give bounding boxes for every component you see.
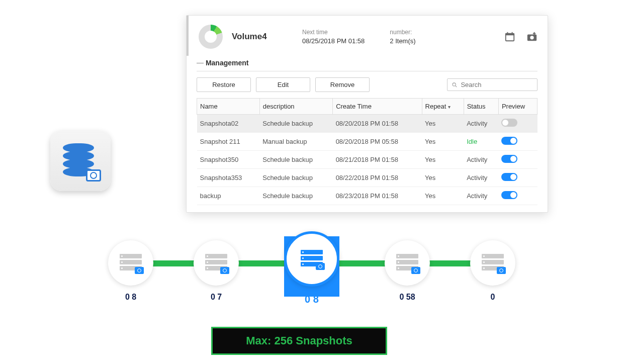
preview-toggle[interactable] <box>501 137 517 145</box>
timeline-node[interactable]: 0 8 <box>101 240 161 302</box>
cell-status: Idle <box>464 133 498 151</box>
cell-repeat: Yes <box>422 169 464 187</box>
cell-status: Activity <box>464 169 498 187</box>
timeline-label: 0 7 <box>186 293 246 302</box>
management-title: Management <box>197 59 538 67</box>
timeline-label: 0 <box>463 293 523 302</box>
cell-name: backup <box>197 187 260 205</box>
add-snapshot-camera-icon[interactable] <box>526 31 538 42</box>
snapshot-panel: Volume4 Next time 08/25/2018 PM 01:58 nu… <box>186 15 548 213</box>
number-meta: number: 2 Item(s) <box>390 29 415 45</box>
cell-status: Activity <box>464 187 498 205</box>
cell-create-time: 08/21/2018 PM 01:58 <box>333 151 422 169</box>
cell-name: Snapshot 211 <box>197 133 260 151</box>
col-create-time[interactable]: Create Time <box>333 99 422 115</box>
cell-create-time: 08/23/2018 PM 01:58 <box>333 187 422 205</box>
cell-repeat: Yes <box>422 151 464 169</box>
svg-rect-7 <box>533 33 536 34</box>
volume-usage-pie-icon <box>199 25 223 49</box>
max-snapshots-banner: Max: 256 Snapshots <box>211 327 387 355</box>
server-snapshot-icon <box>301 250 323 268</box>
search-input[interactable] <box>461 81 533 88</box>
search-box[interactable] <box>447 78 538 91</box>
edit-button[interactable]: Edit <box>256 77 310 92</box>
cell-description: Schedule backup <box>259 115 332 133</box>
table-row[interactable]: Snapshot350Schedule backup08/21/2018 PM … <box>197 151 538 169</box>
cell-repeat: Yes <box>422 133 464 151</box>
cell-create-time: 08/20/2018 PM 05:58 <box>333 133 422 151</box>
svg-rect-2 <box>507 32 508 34</box>
server-snapshot-icon <box>482 254 504 272</box>
volume-header: Volume4 Next time 08/25/2018 PM 01:58 nu… <box>187 16 548 56</box>
table-row[interactable]: Snapshota02Schedule backup08/20/2018 PM … <box>197 115 538 133</box>
preview-toggle[interactable] <box>501 155 517 163</box>
snapshot-timeline: 0 80 70 80 580 <box>101 236 523 305</box>
timeline-node[interactable]: 0 7 <box>186 240 246 302</box>
cell-status: Activity <box>464 151 498 169</box>
cell-description: Manual backup <box>259 133 332 151</box>
next-time-value: 08/25/2018 PM 01:58 <box>302 37 365 45</box>
col-status[interactable]: Status <box>464 99 498 115</box>
server-snapshot-icon <box>396 254 418 272</box>
timeline-label: 0 8 <box>272 294 352 305</box>
cell-repeat: Yes <box>422 115 464 133</box>
snapshot-app-icon <box>50 131 111 191</box>
table-row[interactable]: Snapshota353Schedule backup08/22/2018 PM… <box>197 169 538 187</box>
svg-line-9 <box>456 85 457 87</box>
cell-description: Schedule backup <box>259 169 332 187</box>
cell-create-time: 08/20/2018 PM 01:58 <box>333 115 422 133</box>
cell-create-time: 08/22/2018 PM 01:58 <box>333 169 422 187</box>
svg-rect-3 <box>512 32 513 34</box>
calendar-icon[interactable] <box>504 31 515 42</box>
restore-button[interactable]: Restore <box>197 77 251 92</box>
server-snapshot-icon <box>205 254 227 272</box>
table-row[interactable]: Snapshot 211Manual backup08/20/2018 PM 0… <box>197 133 538 151</box>
timeline-node[interactable]: 0 58 <box>377 240 437 302</box>
svg-rect-1 <box>506 34 514 36</box>
svg-point-5 <box>530 36 533 39</box>
next-time-meta: Next time 08/25/2018 PM 01:58 <box>302 29 365 45</box>
col-repeat[interactable]: Repeat <box>422 99 464 115</box>
toolbar: Restore Edit Remove <box>187 71 548 98</box>
col-preview[interactable]: Preview <box>498 99 537 115</box>
search-icon <box>452 81 458 88</box>
preview-toggle[interactable] <box>501 191 517 199</box>
database-camera-icon <box>63 143 98 178</box>
svg-point-8 <box>453 82 456 85</box>
timeline-label: 0 8 <box>101 293 161 302</box>
cell-status: Activity <box>464 115 498 133</box>
timeline-node[interactable]: 0 <box>463 240 523 302</box>
col-description[interactable]: description <box>259 99 332 115</box>
number-value: 2 Item(s) <box>390 37 415 45</box>
timeline-label: 0 58 <box>377 293 437 302</box>
remove-button[interactable]: Remove <box>315 77 370 92</box>
cell-description: Schedule backup <box>259 187 332 205</box>
volume-name: Volume4 <box>232 32 302 42</box>
col-name[interactable]: Name <box>197 99 260 115</box>
snapshot-table: Name description Create Time Repeat Stat… <box>197 98 538 205</box>
management-section-header: Management <box>187 59 548 71</box>
next-time-label: Next time <box>302 29 365 36</box>
server-snapshot-icon <box>120 254 142 272</box>
cell-description: Schedule backup <box>259 151 332 169</box>
cell-repeat: Yes <box>422 187 464 205</box>
cell-name: Snapshot350 <box>197 151 260 169</box>
table-row[interactable]: backupSchedule backup08/23/2018 PM 01:58… <box>197 187 538 205</box>
cell-name: Snapshota353 <box>197 169 260 187</box>
timeline-node[interactable]: 0 8 <box>272 231 352 305</box>
cell-name: Snapshota02 <box>197 115 260 133</box>
number-label: number: <box>390 29 415 36</box>
preview-toggle[interactable] <box>501 119 517 127</box>
preview-toggle[interactable] <box>501 173 517 181</box>
